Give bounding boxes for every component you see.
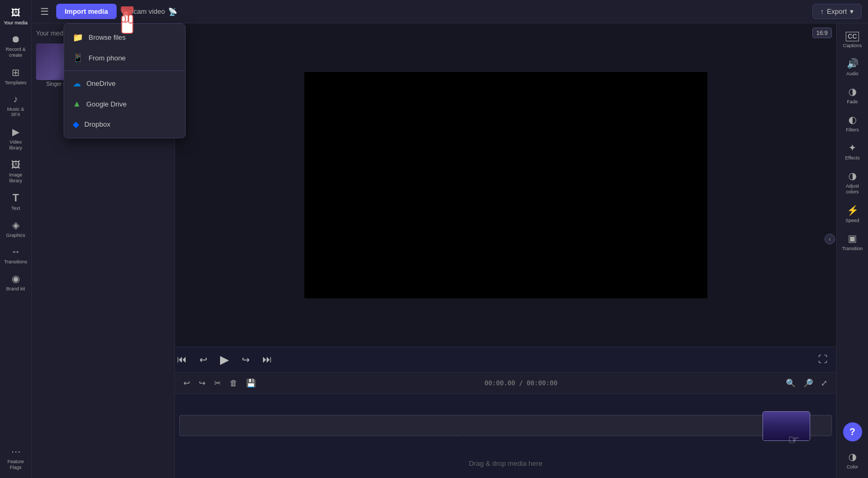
video-preview (304, 72, 707, 298)
import-dropdown: 📁 Browse files 📱 From phone ☁ OneDrive ▲… (64, 23, 186, 138)
effects-icon: ✦ (848, 142, 856, 154)
right-panel-audio[interactable]: 🔊 Audio (839, 54, 866, 81)
music-icon: ♪ (13, 94, 18, 105)
zoom-controls: 🔍 🔎 ⤢ (784, 376, 830, 390)
rewind-button[interactable]: ↩ (197, 352, 209, 368)
browse-files-item[interactable]: 📁 Browse files (64, 27, 185, 48)
sidebar-item-graphics[interactable]: ◈ Graphics (2, 216, 30, 241)
drag-drop-label: Drag & drop media here (469, 459, 542, 467)
sidebar-item-image-library[interactable]: 🖼 Imagelibrary (2, 156, 30, 187)
sidebar-item-your-media[interactable]: 🖼 Your media (2, 4, 30, 29)
onedrive-item[interactable]: ☁ OneDrive (64, 73, 185, 94)
cut-button[interactable]: ✂ (212, 376, 223, 390)
right-panel: CC Captions 🔊 Audio ◑ Fade ◐ Filters ✦ E… (836, 23, 868, 478)
help-button[interactable]: ? (843, 422, 862, 441)
center-area: 16:9 ⏮ ↩ ▶ ↪ ⏭ ⛶ ↩ ↪ ✂ 🗑 💾 00:00.00 / (175, 23, 836, 478)
right-panel-effects[interactable]: ✦ Effects (839, 138, 866, 165)
templates-icon: ⊞ (12, 67, 20, 78)
text-icon: T (12, 192, 19, 204)
google-drive-icon: ▲ (73, 99, 81, 109)
right-panel-captions[interactable]: CC Captions (839, 28, 866, 52)
fancam-icon: 📡 (168, 7, 177, 16)
sidebar-item-templates[interactable]: ⊞ Templates (2, 64, 30, 88)
brand-kit-icon: ◉ (12, 273, 20, 285)
sidebar-item-record-create[interactable]: ⏺ Record &create (2, 31, 30, 61)
delete-button[interactable]: 🗑 (227, 376, 240, 390)
fullscreen-button[interactable]: ⛶ (816, 352, 830, 367)
export-chevron-icon: ▾ (850, 7, 854, 15)
top-bar: ☰ Import media Fancam video 📡 ↑ Export ▾ (32, 0, 868, 23)
sidebar-item-video-library[interactable]: ▶ Videolibrary (2, 123, 30, 154)
clip-thumbnail (763, 412, 810, 440)
sidebar-item-transitions[interactable]: ↔ Transitions (2, 243, 30, 268)
skip-back-button[interactable]: ⏮ (175, 352, 189, 367)
zoom-out-button[interactable]: 🔍 (784, 376, 798, 390)
audio-icon: 🔊 (847, 58, 858, 69)
timeline-track[interactable]: ☞ (179, 415, 832, 436)
export-button[interactable]: ↑ Export ▾ (812, 4, 862, 19)
image-library-icon: 🖼 (11, 160, 21, 171)
folder-icon: 📁 (73, 32, 83, 42)
speed-icon: ⚡ (847, 205, 858, 216)
your-media-icon: 🖼 (11, 7, 21, 19)
graphics-icon: ◈ (12, 219, 20, 231)
play-button[interactable]: ▶ (218, 351, 231, 369)
transitions-icon: ↔ (11, 246, 21, 258)
fancam-label: Fancam video 📡 (122, 7, 178, 16)
record-icon: ⏺ (11, 34, 21, 45)
timeline-content: ☞ Drag & drop media here (175, 394, 836, 478)
timeline-area: ↩ ↪ ✂ 🗑 💾 00:00.00 / 00:00:00 🔍 🔎 ⤢ (175, 372, 836, 478)
timeline-toolbar: ↩ ↪ ✂ 🗑 💾 00:00.00 / 00:00:00 🔍 🔎 ⤢ (175, 373, 836, 394)
from-phone-item[interactable]: 📱 From phone (64, 48, 185, 68)
collapse-panel-button[interactable]: ‹ (825, 234, 835, 244)
dropbox-item[interactable]: ◆ Dropbox (64, 114, 185, 135)
fit-button[interactable]: ⤢ (819, 376, 830, 390)
save-button[interactable]: 💾 (244, 376, 258, 390)
right-panel-filters[interactable]: ◐ Filters (839, 110, 866, 137)
transition-icon: ▣ (848, 233, 857, 244)
sidebar-item-text[interactable]: T Text (2, 189, 30, 214)
right-panel-adjust-colors[interactable]: ◑ Adjustcolors (839, 166, 866, 199)
zoom-in-button[interactable]: 🔎 (801, 376, 816, 390)
feature-flags-icon: ⋯ (11, 446, 21, 457)
forward-button[interactable]: ↪ (240, 352, 252, 368)
import-media-button[interactable]: Import media (56, 4, 117, 19)
redo-button[interactable]: ↪ (197, 376, 208, 390)
sidebar-item-feature-flags[interactable]: ⋯ FeatureFlags (2, 442, 30, 474)
left-sidebar: 🖼 Your media ⏺ Record &create ⊞ Template… (0, 0, 32, 478)
phone-icon: 📱 (73, 53, 83, 63)
skip-forward-button[interactable]: ⏭ (260, 352, 274, 367)
right-panel-speed[interactable]: ⚡ Speed (839, 200, 866, 227)
right-panel-fade[interactable]: ◑ Fade (839, 82, 866, 109)
playback-controls: ⏮ ↩ ▶ ↪ ⏭ ⛶ (175, 347, 836, 372)
aspect-ratio-badge: 16:9 (812, 28, 832, 38)
track-clip[interactable] (762, 411, 810, 441)
dropdown-divider (64, 70, 185, 71)
onedrive-icon: ☁ (73, 78, 81, 88)
export-icon: ↑ (820, 7, 824, 15)
sidebar-item-music-sfx[interactable]: ♪ Music &SFX (2, 91, 30, 121)
timeline-time-display: 00:00.00 / 00:00:00 (485, 379, 557, 387)
sidebar-item-brand-kit[interactable]: ◉ Brand kit (2, 270, 30, 295)
main-area: ☰ Import media Fancam video 📡 ↑ Export ▾… (32, 0, 868, 478)
hamburger-button[interactable]: ☰ (38, 4, 51, 20)
fade-icon: ◑ (848, 86, 857, 98)
video-library-icon: ▶ (12, 126, 20, 138)
undo-button[interactable]: ↩ (181, 376, 192, 390)
right-panel-color[interactable]: ◑ Color (839, 447, 866, 474)
preview-area: 16:9 (175, 23, 836, 347)
adjust-colors-icon: ◑ (848, 170, 857, 182)
captions-icon: CC (846, 32, 859, 41)
filters-icon: ◐ (848, 114, 857, 126)
google-drive-item[interactable]: ▲ Google Drive (64, 94, 185, 114)
color-icon: ◑ (848, 451, 857, 463)
dropbox-icon: ◆ (73, 119, 79, 129)
right-panel-transition[interactable]: ▣ Transition (839, 228, 866, 255)
